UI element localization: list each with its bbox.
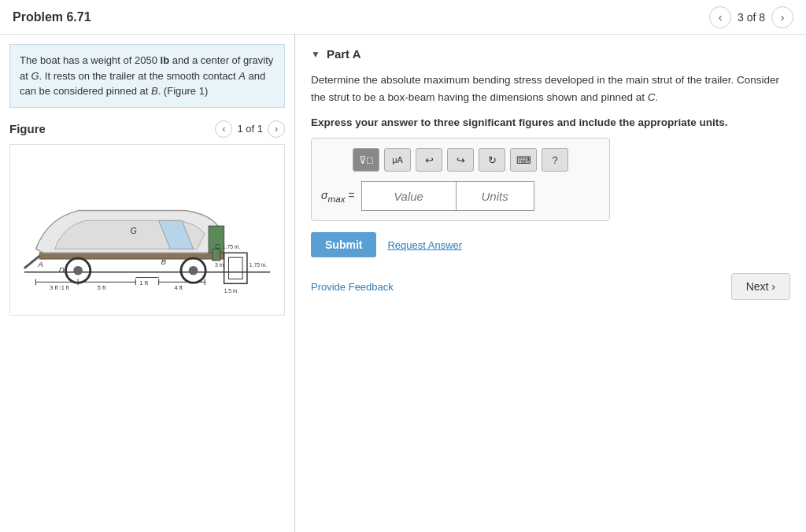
next-nav-button[interactable]: ›: [771, 6, 793, 28]
svg-point-6: [189, 265, 198, 275]
navigation-controls: ‹ 3 of 8 ›: [709, 6, 793, 28]
svg-text:1 ft: 1 ft: [139, 279, 149, 286]
figure-nav: ‹ 1 of 1 ›: [215, 120, 285, 138]
next-button[interactable]: Next ›: [731, 273, 790, 300]
svg-rect-28: [229, 257, 243, 279]
matrix-icon: ⊽□: [359, 154, 373, 166]
input-row: σmax =: [321, 181, 600, 211]
page-indicator: 3 of 8: [738, 11, 765, 24]
figure-counter: 1 of 1: [237, 123, 263, 135]
sigma-label: σmax =: [321, 189, 355, 204]
problem-description-text: The boat has a weight of 2050 lb and a c…: [20, 54, 273, 97]
refresh-icon: ↻: [488, 154, 497, 166]
refresh-button[interactable]: ↻: [479, 148, 505, 172]
right-panel: ▼ Part A Determine the absolute maximum …: [295, 35, 806, 532]
next-label: Next ›: [746, 280, 775, 293]
keyboard-button[interactable]: ⌨: [510, 148, 537, 172]
svg-text:G: G: [131, 225, 137, 235]
svg-text:1.5 in.: 1.5 in.: [224, 288, 239, 294]
feedback-link[interactable]: Provide Feedback: [311, 281, 394, 293]
question-text: Determine the absolute maximum bending s…: [311, 72, 790, 105]
main-layout: The boat has a weight of 2050 lb and a c…: [0, 35, 806, 532]
mu-button[interactable]: μA: [384, 148, 411, 172]
svg-text:A: A: [37, 259, 43, 268]
answer-box: ⊽□ μA ↩ ↪ ↻ ⌨ ?: [311, 138, 610, 221]
svg-text:1.75 in.: 1.75 in.: [250, 261, 268, 267]
svg-text:1.75 in.: 1.75 in.: [223, 244, 241, 249]
figure-section: Figure ‹ 1 of 1 ›: [9, 120, 285, 316]
figure-prev-button[interactable]: ‹: [215, 120, 232, 138]
mu-icon: μA: [392, 155, 403, 164]
svg-text:3 in.: 3 in.: [215, 261, 225, 267]
svg-text:C: C: [215, 242, 221, 250]
units-input[interactable]: [456, 181, 534, 211]
keyboard-icon: ⌨: [516, 154, 531, 166]
svg-text:4 ft: 4 ft: [174, 284, 183, 291]
left-panel: The boat has a weight of 2050 lb and a c…: [0, 35, 295, 532]
help-icon: ?: [552, 154, 557, 166]
part-title: Part A: [327, 47, 361, 61]
svg-rect-8: [213, 249, 220, 260]
submit-button[interactable]: Submit: [311, 232, 376, 257]
undo-icon: ↩: [425, 154, 434, 166]
request-answer-button[interactable]: Request Answer: [387, 239, 462, 251]
collapse-arrow[interactable]: ▼: [311, 49, 320, 60]
part-header: ▼ Part A: [311, 47, 790, 61]
math-toolbar: ⊽□ μA ↩ ↪ ↻ ⌨ ?: [321, 148, 600, 172]
figure-image: G B A C 1 ft 3 ft: [9, 144, 285, 316]
figure-svg: G B A C 1 ft 3 ft: [17, 151, 278, 308]
figure-header: Figure ‹ 1 of 1 ›: [9, 120, 285, 138]
prev-button[interactable]: ‹: [709, 6, 731, 28]
action-row: Submit Request Answer: [311, 232, 790, 257]
figure-title: Figure: [9, 122, 46, 135]
svg-text:D: D: [59, 264, 65, 273]
svg-point-4: [73, 265, 83, 275]
figure-next-button[interactable]: ›: [268, 120, 285, 138]
help-button[interactable]: ?: [542, 148, 568, 172]
svg-text:3 ft: 3 ft: [50, 284, 59, 291]
svg-text:↑1 ft: ↑1 ft: [59, 285, 69, 290]
problem-description: The boat has a weight of 2050 lb and a c…: [9, 44, 285, 108]
bottom-row: Provide Feedback Next ›: [311, 273, 790, 300]
redo-button[interactable]: ↪: [447, 148, 474, 172]
svg-text:5 ft: 5 ft: [98, 284, 107, 291]
problem-title: Problem 6.71: [13, 10, 91, 24]
express-instructions: Express your answer to three significant…: [311, 116, 790, 128]
value-input[interactable]: [361, 181, 456, 211]
header: Problem 6.71 ‹ 3 of 8 ›: [0, 0, 806, 35]
redo-icon: ↪: [457, 154, 465, 166]
svg-text:B: B: [161, 257, 167, 265]
svg-line-2: [24, 256, 40, 268]
undo-button[interactable]: ↩: [416, 148, 442, 172]
matrix-button[interactable]: ⊽□: [353, 148, 379, 172]
